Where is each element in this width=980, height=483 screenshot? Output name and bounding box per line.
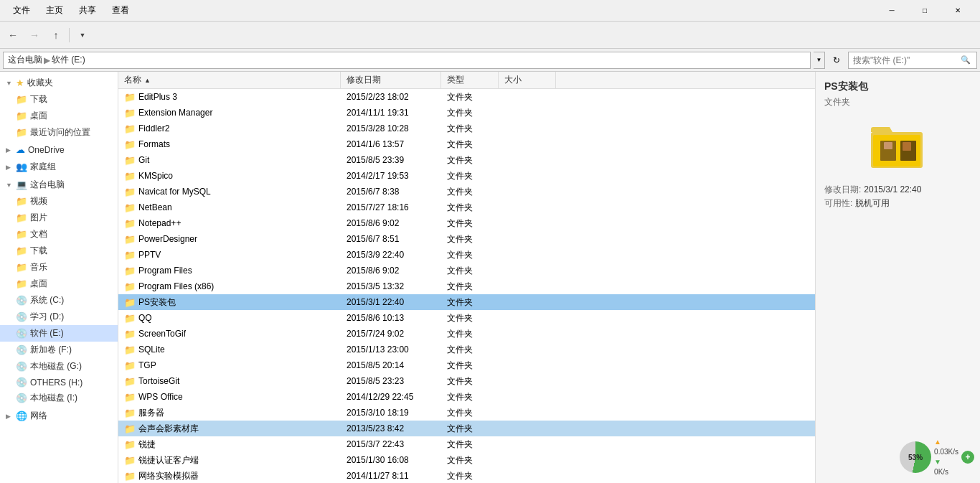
sidebar-item-f-drive[interactable]: 💿 新加卷 (F:) bbox=[0, 342, 118, 358]
sidebar-item-dl2[interactable]: 📁 下载 bbox=[0, 243, 118, 259]
net-add-button[interactable]: + bbox=[961, 451, 974, 464]
address-dropdown-button[interactable]: ▼ bbox=[814, 52, 825, 69]
refresh-button[interactable]: ↻ bbox=[828, 52, 845, 69]
table-row[interactable]: 📁 PS安装包 2015/3/1 22:40 文件夹 bbox=[118, 294, 815, 310]
file-name-cell: 📁 Program Files bbox=[118, 266, 341, 276]
file-type-cell: 文件夹 bbox=[441, 407, 499, 419]
up-button[interactable]: ↑ bbox=[46, 25, 66, 45]
col-header-name[interactable]: 名称 ▲ bbox=[118, 72, 341, 88]
table-row[interactable]: 📁 PPTV 2015/3/9 22:40 文件夹 bbox=[118, 247, 815, 263]
table-row[interactable]: 📁 Program Files 2015/8/6 9:02 文件夹 bbox=[118, 263, 815, 278]
maximize-button[interactable]: □ bbox=[908, 0, 941, 22]
file-type-cell: 文件夹 bbox=[441, 344, 499, 356]
table-row[interactable]: 📁 Extension Manager 2014/11/1 19:31 文件夹 bbox=[118, 105, 815, 121]
table-row[interactable]: 📁 KMSpico 2014/2/17 19:53 文件夹 bbox=[118, 168, 815, 184]
net-up-icon: ▲ bbox=[934, 437, 958, 447]
table-row[interactable]: 📁 锐捷认证客户端 2015/1/30 16:08 文件夹 bbox=[118, 452, 815, 468]
sidebar-item-favorites[interactable]: ▼ ★ 收藏夹 bbox=[0, 75, 118, 91]
table-row[interactable]: 📁 Navicat for MySQL 2015/6/7 8:38 文件夹 bbox=[118, 184, 815, 200]
table-row[interactable]: 📁 ScreenToGif 2015/7/24 9:02 文件夹 bbox=[118, 326, 815, 342]
sidebar-item-desktop2[interactable]: 📁 桌面 bbox=[0, 276, 118, 292]
disk-icon: 💿 bbox=[16, 377, 27, 388]
sidebar-item-recent[interactable]: 📁 最近访问的位置 bbox=[0, 124, 118, 141]
file-name-cell: 📁 服务器 bbox=[118, 407, 341, 419]
table-row[interactable]: 📁 TGP 2015/8/5 20:14 文件夹 bbox=[118, 357, 815, 373]
file-date-cell: 2015/1/13 23:00 bbox=[341, 344, 441, 355]
sidebar-item-thispc[interactable]: ▼ 💻 这台电脑 bbox=[0, 177, 118, 193]
file-type-cell: 文件夹 bbox=[441, 123, 499, 135]
sidebar-item-h-drive[interactable]: 💿 OTHERS (H:) bbox=[0, 375, 118, 390]
sidebar-item-onedrive[interactable]: ▶ ☁ OneDrive bbox=[0, 142, 118, 157]
file-name-cell: 📁 WPS Office bbox=[118, 392, 341, 403]
sidebar-item-network[interactable]: ▶ 🌐 网络 bbox=[0, 408, 118, 424]
back-button[interactable]: ← bbox=[3, 25, 23, 45]
sidebar-item-desktop[interactable]: 📁 桌面 bbox=[0, 108, 118, 124]
table-row[interactable]: 📁 服务器 2015/3/10 18:19 文件夹 bbox=[118, 405, 815, 421]
table-row[interactable]: 📁 WPS Office 2014/12/29 22:45 文件夹 bbox=[118, 389, 815, 405]
close-button[interactable]: ✕ bbox=[941, 0, 974, 22]
table-row[interactable]: 📁 EditPlus 3 2015/2/23 18:02 文件夹 bbox=[118, 89, 815, 105]
search-input[interactable] bbox=[853, 55, 961, 65]
sidebar-item-family[interactable]: ▶ 👥 家庭组 bbox=[0, 159, 118, 175]
recent-locations-button[interactable]: ▼ bbox=[72, 25, 93, 45]
table-row[interactable]: 📁 TortoiseGit 2015/8/5 23:23 文件夹 bbox=[118, 373, 815, 389]
disk-icon: 💿 bbox=[16, 393, 27, 403]
menu-view[interactable]: 查看 bbox=[105, 1, 136, 19]
table-row[interactable]: 📁 Formats 2014/1/6 13:57 文件夹 bbox=[118, 136, 815, 152]
table-row[interactable]: 📁 SQLite 2015/1/13 23:00 文件夹 bbox=[118, 342, 815, 357]
table-row[interactable]: 📁 Git 2015/8/5 23:39 文件夹 bbox=[118, 152, 815, 168]
sidebar-label: 新加卷 (F:) bbox=[30, 344, 112, 356]
col-header-type[interactable]: 类型 bbox=[441, 72, 499, 88]
file-name-cell: 📁 Fiddler2 bbox=[118, 123, 341, 134]
file-name: Git bbox=[138, 155, 149, 165]
menu-home[interactable]: 主页 bbox=[39, 1, 70, 19]
sidebar-item-pictures[interactable]: 📁 图片 bbox=[0, 210, 118, 226]
sidebar-item-g-drive[interactable]: 💿 本地磁盘 (G:) bbox=[0, 358, 118, 375]
table-row[interactable]: 📁 Program Files (x86) 2015/3/5 13:32 文件夹 bbox=[118, 278, 815, 294]
sidebar-item-d-drive[interactable]: 💿 学习 (D:) bbox=[0, 309, 118, 325]
path-drive: 软件 (E:) bbox=[52, 54, 85, 66]
meta-date-value: 2015/3/1 22:40 bbox=[864, 183, 921, 197]
file-date-cell: 2015/3/10 18:19 bbox=[341, 408, 441, 418]
file-type-cell: 文件夹 bbox=[441, 281, 499, 293]
net-speed-display: ▲ 0.03K/s ▼ 0K/s bbox=[934, 437, 958, 477]
file-type-cell: 文件夹 bbox=[441, 391, 499, 403]
file-name: PS安装包 bbox=[138, 296, 176, 309]
menu-file[interactable]: 文件 bbox=[6, 1, 37, 19]
file-name-cell: 📁 Program Files (x86) bbox=[118, 281, 341, 292]
sidebar-item-e-drive[interactable]: 💿 软件 (E:) bbox=[0, 325, 118, 342]
file-name-cell: 📁 QQ bbox=[118, 313, 341, 324]
sidebar-item-downloads[interactable]: 📁 下载 bbox=[0, 91, 118, 108]
sidebar-label: 文档 bbox=[30, 228, 112, 240]
col-header-date[interactable]: 修改日期 bbox=[341, 72, 441, 88]
table-row[interactable]: 📁 QQ 2015/8/6 10:13 文件夹 bbox=[118, 310, 815, 326]
menu-share[interactable]: 共享 bbox=[72, 1, 103, 19]
file-type-cell: 文件夹 bbox=[441, 470, 499, 482]
folder-icon: 📁 bbox=[124, 344, 136, 355]
minimize-button[interactable]: ─ bbox=[875, 0, 908, 22]
search-icon: 🔍 bbox=[961, 55, 971, 65]
table-row[interactable]: 📁 锐捷 2015/3/7 22:43 文件夹 bbox=[118, 436, 815, 452]
sidebar-item-documents[interactable]: 📁 文档 bbox=[0, 226, 118, 243]
table-row[interactable]: 📁 PowerDesigner 2015/6/7 8:51 文件夹 bbox=[118, 231, 815, 247]
table-row[interactable]: 📁 Notepad++ 2015/8/6 9:02 文件夹 bbox=[118, 215, 815, 231]
file-name-cell: 📁 会声会影素材库 bbox=[118, 423, 341, 435]
sidebar-item-videos[interactable]: 📁 视频 bbox=[0, 193, 118, 210]
sidebar-label: 软件 (E:) bbox=[30, 327, 112, 339]
folder-icon: 📁 bbox=[124, 329, 136, 339]
sidebar-item-i-drive[interactable]: 💿 本地磁盘 (I:) bbox=[0, 390, 118, 406]
sidebar-item-c-drive[interactable]: 💿 系统 (C:) bbox=[0, 292, 118, 309]
sidebar-item-music[interactable]: 📁 音乐 bbox=[0, 259, 118, 276]
meta-avail-label: 可用性: bbox=[824, 197, 852, 210]
table-row[interactable]: 📁 Fiddler2 2015/3/28 10:28 文件夹 bbox=[118, 121, 815, 136]
file-type-cell: 文件夹 bbox=[441, 439, 499, 451]
file-name: 服务器 bbox=[138, 407, 164, 419]
table-row[interactable]: 📁 会声会影素材库 2013/5/23 8:42 文件夹 bbox=[118, 421, 815, 436]
forward-button[interactable]: → bbox=[24, 25, 44, 45]
col-header-size[interactable]: 大小 bbox=[499, 72, 556, 88]
file-date-cell: 2015/7/24 9:02 bbox=[341, 329, 441, 339]
address-path[interactable]: 这台电脑 ▶ 软件 (E:) bbox=[3, 52, 811, 69]
table-row[interactable]: 📁 NetBean 2015/7/27 18:16 文件夹 bbox=[118, 200, 815, 215]
table-row[interactable]: 📁 网络实验模拟器 2014/11/27 8:11 文件夹 bbox=[118, 468, 815, 483]
file-date-cell: 2014/11/27 8:11 bbox=[341, 471, 441, 481]
